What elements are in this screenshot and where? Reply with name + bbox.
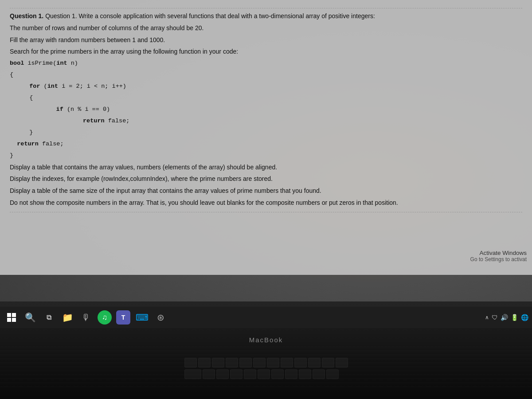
display-indexes-line: Display the indexes, for example (rowInd…: [10, 174, 522, 184]
keyboard-row-1: [184, 358, 348, 368]
key: [322, 358, 334, 368]
key: [244, 369, 256, 379]
keyboard-area: [0, 346, 532, 391]
rows-columns-line: The number of rows and number of columns…: [10, 23, 522, 34]
bool-signature-line: bool isPrime(int n): [10, 59, 522, 69]
teams-button[interactable]: T: [115, 309, 131, 325]
activate-windows-title: Activate Windows: [470, 250, 527, 256]
key: [313, 369, 325, 379]
key: [294, 358, 307, 368]
tray-icons: ∧ 🛡 🔊 🔋 🌐: [485, 314, 528, 321]
key: [212, 358, 224, 368]
svg-rect-2: [7, 318, 11, 322]
key: [239, 358, 252, 368]
tray-security-icon: 🛡: [492, 314, 498, 321]
key: [281, 358, 293, 368]
tray-chevron-icon[interactable]: ∧: [485, 314, 489, 321]
display-same-size-line: Display a table of the same size of the …: [10, 186, 522, 196]
key: [216, 369, 229, 379]
question-line: Question 1. Question 1. Write a console …: [10, 11, 522, 22]
key: [299, 369, 311, 379]
vscode-button[interactable]: ⌨: [134, 309, 150, 325]
key: [267, 358, 279, 368]
screen: Question 1. Question 1. Write a console …: [0, 0, 532, 301]
tray-battery-icon: 🔋: [511, 314, 518, 321]
key: [226, 358, 238, 368]
task-view-button[interactable]: ⧉: [41, 309, 57, 325]
key: [184, 369, 201, 379]
key: [184, 358, 197, 368]
key: [285, 369, 297, 379]
activate-windows-watermark: Activate Windows Go to Settings to activ…: [470, 250, 527, 262]
key: [271, 369, 284, 379]
document-content: Question 1. Question 1. Write a console …: [10, 11, 522, 208]
fill-array-line: Fill the array with random numbers betwe…: [10, 35, 522, 46]
key: [258, 369, 270, 379]
start-button[interactable]: [4, 309, 20, 325]
svg-rect-1: [12, 313, 16, 317]
document-area: Question 1. Question 1. Write a console …: [0, 0, 532, 275]
if-line: if (n % i == 0): [35, 105, 522, 115]
spotify-button[interactable]: ♫: [97, 309, 113, 325]
key: [326, 369, 339, 379]
key: [308, 358, 321, 368]
doc-border-bottom: [10, 212, 522, 212]
cortana-button[interactable]: 🎙: [78, 309, 94, 325]
brace-close2-line: }: [10, 151, 522, 161]
tray-speaker-icon[interactable]: 🔊: [501, 314, 508, 321]
file-explorer-button[interactable]: 📁: [59, 309, 75, 325]
laptop-bezel-bottom: MacBook: [0, 328, 532, 399]
return-false-inner-line: return false;: [47, 116, 522, 126]
macbook-label: MacBook: [249, 336, 283, 344]
activate-windows-subtitle: Go to Settings to activat: [470, 256, 527, 262]
brace-close-line: }: [22, 128, 522, 138]
keyboard-row-2: [184, 369, 348, 379]
return-false-outer-line: return false;: [10, 139, 522, 149]
search-button[interactable]: 🔍: [22, 309, 38, 325]
for-line: for (int i = 2; i < n; i++): [22, 82, 522, 92]
do-not-show-line: Do not show the composite numbers in the…: [10, 198, 522, 208]
brace-open2-line: {: [22, 93, 522, 103]
key: [203, 369, 215, 379]
taskbar: 🔍 ⧉ 📁 🎙 ♫ T ⌨ ⊛ ∧: [0, 307, 532, 328]
key: [253, 358, 266, 368]
key: [230, 369, 243, 379]
browser-button[interactable]: ⊛: [153, 309, 168, 325]
key: [336, 358, 348, 368]
search-prime-line: Search for the prime numbers in the arra…: [10, 47, 522, 57]
svg-rect-3: [12, 318, 16, 322]
taskbar-left: 🔍 ⧉ 📁 🎙 ♫ T ⌨ ⊛: [4, 309, 485, 325]
brace-open-line: {: [10, 70, 522, 80]
taskbar-tray: ∧ 🛡 🔊 🔋 🌐: [485, 314, 528, 321]
tray-network-icon[interactable]: 🌐: [521, 314, 528, 321]
display-table-line: Display a table that contains the array …: [10, 162, 522, 173]
key: [198, 358, 211, 368]
doc-border-top: [10, 8, 522, 8]
svg-rect-0: [7, 313, 11, 317]
